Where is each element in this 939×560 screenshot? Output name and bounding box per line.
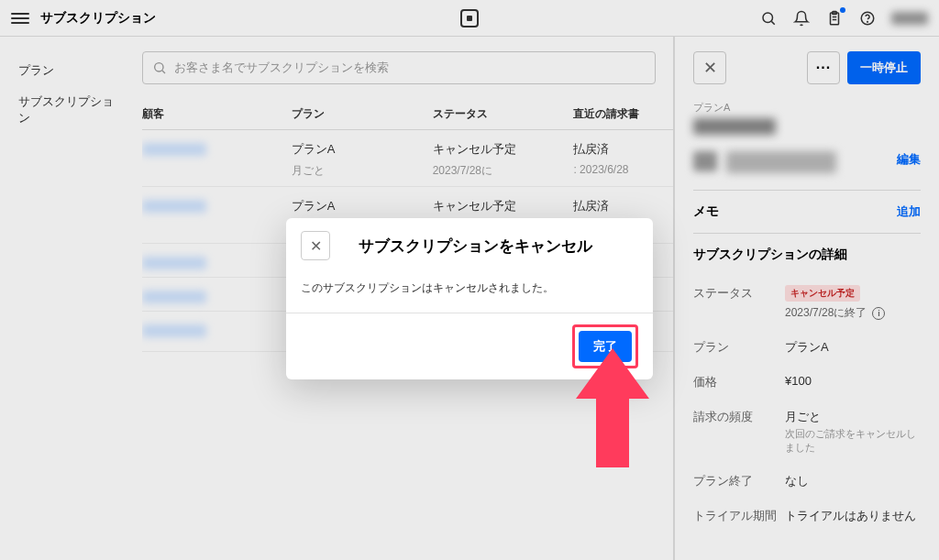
modal-footer: 完了	[286, 313, 653, 379]
modal-overlay[interactable]: ✕ サブスクリプションをキャンセル このサブスクリプションはキャンセルされました…	[0, 0, 939, 560]
done-button[interactable]: 完了	[579, 331, 632, 362]
done-button-highlight: 完了	[572, 324, 638, 368]
modal-body: このサブスクリプションはキャンセルされました。	[286, 273, 653, 313]
modal-title: サブスクリプションをキャンセル	[341, 236, 638, 257]
modal-close-button[interactable]: ✕	[301, 231, 330, 260]
modal-header: ✕ サブスクリプションをキャンセル	[286, 218, 653, 273]
cancel-subscription-modal: ✕ サブスクリプションをキャンセル このサブスクリプションはキャンセルされました…	[286, 218, 653, 379]
